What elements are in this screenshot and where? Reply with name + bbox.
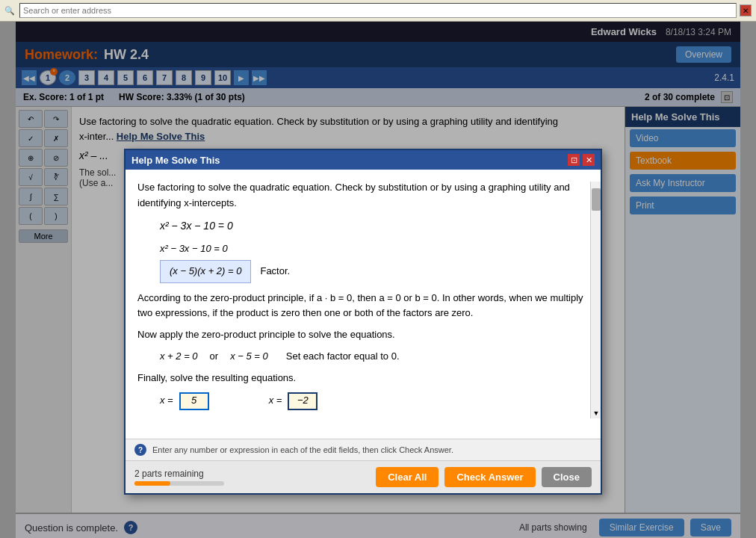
parts-remaining-text: 2 parts remaining bbox=[134, 469, 224, 479]
modal-titlebar: Help Me Solve This ⊡ ✕ bbox=[126, 150, 601, 170]
factoring-steps: x² − 3x − 10 = 0 (x − 5)(x + 2) = 0 Fact… bbox=[160, 241, 589, 283]
modal-expand-button[interactable]: ⊡ bbox=[568, 154, 580, 166]
zero-product-text: According to the zero-product principle,… bbox=[137, 291, 589, 322]
modal-equation-1: x² − 3x − 10 = 0 bbox=[160, 217, 589, 234]
input-x2[interactable]: −2 bbox=[288, 392, 317, 410]
apply-text: Now apply the zero-product principle to … bbox=[137, 327, 589, 343]
info-icon: ? bbox=[134, 444, 146, 456]
equation-row: x + 2 = 0 or x − 5 = 0 Set each factor e… bbox=[160, 349, 589, 365]
close-button[interactable]: Close bbox=[542, 467, 592, 487]
input-x1[interactable]: 5 bbox=[179, 392, 209, 410]
check-answer-button[interactable]: Check Answer bbox=[444, 467, 535, 487]
progress-bar bbox=[134, 481, 224, 486]
info-text: Enter any number or expression in each o… bbox=[152, 445, 453, 454]
modal-intro: Use factoring to solve the quadratic equ… bbox=[137, 180, 589, 211]
finally-text: Finally, solve the resulting equations. bbox=[137, 371, 589, 386]
parts-remaining-container: 2 parts remaining bbox=[134, 469, 224, 486]
browser-close-button[interactable]: ✕ bbox=[740, 4, 752, 16]
factor-label: Factor. bbox=[260, 264, 290, 279]
modal-info-bar: ? Enter any number or expression in each… bbox=[126, 439, 601, 460]
modal-close-button[interactable]: ✕ bbox=[583, 154, 595, 166]
solution-row: x = 5 x = −2 bbox=[160, 392, 589, 410]
modal-title: Help Me Solve This bbox=[131, 155, 220, 166]
address-input[interactable] bbox=[19, 3, 737, 18]
footer-buttons: Clear All Check Answer Close bbox=[376, 467, 592, 487]
modal-footer: 2 parts remaining Clear All Check Answer… bbox=[126, 460, 601, 493]
progress-fill bbox=[134, 481, 170, 486]
clear-all-button[interactable]: Clear All bbox=[376, 467, 439, 487]
hmst-modal: Help Me Solve This ⊡ ✕ Use factoring to … bbox=[124, 149, 602, 495]
modal-content: Use factoring to solve the quadratic equ… bbox=[126, 170, 601, 439]
modal-scrollbar[interactable]: ▼ bbox=[590, 182, 601, 418]
